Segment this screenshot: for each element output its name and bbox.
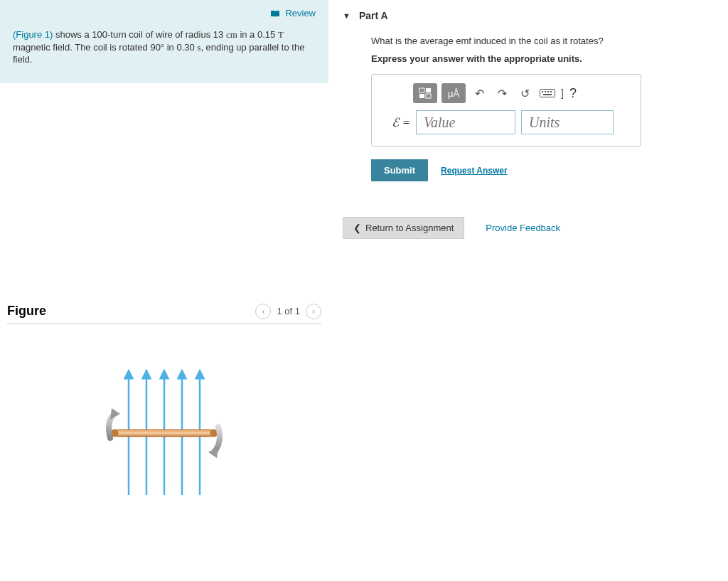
provide-feedback-link[interactable]: Provide Feedback — [486, 223, 560, 233]
part-label: Part A — [359, 10, 388, 21]
templates-button[interactable] — [413, 83, 437, 103]
reset-button[interactable]: ↺ — [515, 84, 534, 102]
instruction-text: Express your answer with the appropriate… — [371, 53, 707, 64]
figure-pager-label: 1 of 1 — [277, 306, 300, 316]
part-header[interactable]: ▼ Part A — [343, 0, 707, 28]
problem-statement: Review (Figure 1) shows a 100-turn coil … — [0, 0, 328, 83]
svg-rect-10 — [419, 88, 424, 92]
svg-rect-16 — [545, 91, 546, 92]
svg-rect-19 — [543, 94, 552, 95]
return-button[interactable]: ❮ Return to Assignment — [343, 217, 464, 239]
variable-symbol: ℰ = — [385, 115, 410, 130]
svg-rect-15 — [542, 91, 543, 92]
svg-rect-12 — [419, 94, 424, 98]
bracket-icon: ] — [561, 87, 564, 99]
help-button[interactable]: ? — [569, 86, 577, 101]
figure-prev-button[interactable]: ‹ — [255, 304, 271, 319]
units-button[interactable]: μÅ — [441, 83, 466, 103]
value-input[interactable] — [416, 110, 515, 134]
review-label: Review — [285, 8, 316, 18]
svg-marker-8 — [110, 408, 120, 420]
svg-rect-14 — [540, 90, 555, 97]
figure-reference-link[interactable]: (Figure 1) — [13, 29, 53, 40]
answer-toolbar: μÅ ↶ ↷ ↺ ] ? — [382, 83, 631, 103]
figure-pager: ‹ 1 of 1 › — [255, 304, 321, 319]
undo-button[interactable]: ↶ — [470, 84, 488, 102]
chevron-left-icon: ❮ — [353, 223, 361, 233]
problem-text: (Figure 1) shows a 100-turn coil of wire… — [13, 28, 316, 66]
svg-rect-11 — [426, 88, 431, 92]
svg-rect-5 — [114, 430, 214, 437]
svg-marker-9 — [208, 447, 218, 458]
answer-area: μÅ ↶ ↷ ↺ ] ? ℰ = — [371, 74, 641, 146]
question-text: What is the average emf induced in the c… — [371, 36, 707, 46]
submit-button[interactable]: Submit — [371, 159, 428, 181]
redo-button[interactable]: ↷ — [493, 84, 511, 102]
figure-section: Figure ‹ 1 of 1 › — [0, 304, 328, 509]
figure-image — [7, 353, 321, 509]
figure-next-button[interactable]: › — [306, 304, 321, 319]
return-label: Return to Assignment — [365, 223, 454, 233]
book-icon — [270, 8, 286, 18]
svg-rect-13 — [426, 94, 431, 98]
review-link[interactable]: Review — [270, 7, 316, 20]
svg-rect-17 — [547, 91, 549, 92]
svg-rect-18 — [550, 91, 552, 92]
collapse-icon: ▼ — [343, 11, 350, 20]
units-input[interactable] — [521, 110, 614, 134]
keyboard-button[interactable] — [538, 84, 557, 102]
request-answer-link[interactable]: Request Answer — [441, 166, 508, 176]
figure-title: Figure — [7, 304, 46, 319]
